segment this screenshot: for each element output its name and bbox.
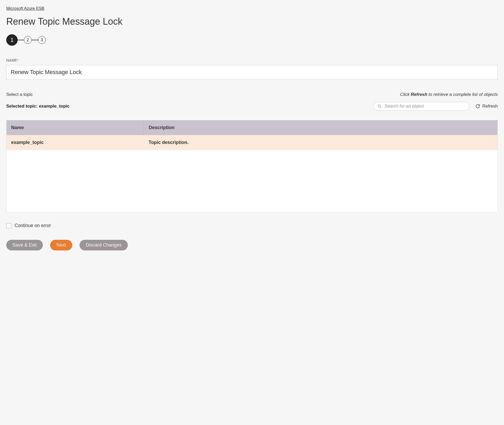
table-spacer-row — [6, 150, 498, 212]
search-box[interactable] — [373, 102, 469, 111]
search-icon — [377, 104, 382, 108]
name-label-text: NAME — [6, 58, 17, 62]
refresh-button[interactable]: Refresh — [475, 104, 498, 109]
stepper: 1 2 3 — [6, 34, 498, 46]
refresh-icon — [475, 104, 480, 109]
continue-on-error-checkbox[interactable] — [6, 223, 11, 228]
table-row[interactable]: example_topic Topic description. — [6, 135, 498, 150]
table-header-description[interactable]: Description — [144, 120, 498, 135]
step-1[interactable]: 1 — [6, 34, 18, 46]
refresh-hint-bold: Refresh — [411, 92, 427, 97]
required-asterisk: * — [17, 58, 19, 62]
refresh-hint-prefix: Click — [400, 92, 411, 97]
table-header-name[interactable]: Name — [6, 120, 144, 135]
save-exit-button[interactable]: Save & Exit — [6, 240, 43, 250]
step-3[interactable]: 3 — [38, 36, 46, 44]
selected-topic-value: example_topic — [39, 104, 70, 109]
svg-point-0 — [378, 105, 380, 107]
refresh-button-label: Refresh — [482, 104, 498, 109]
svg-line-1 — [380, 107, 381, 108]
step-connector — [32, 40, 38, 40]
selected-topic-prefix: Selected topic: — [6, 104, 39, 109]
name-input[interactable] — [6, 65, 498, 79]
table-cell-name: example_topic — [6, 135, 144, 150]
select-topic-label: Select a topic — [6, 92, 33, 97]
name-label: NAME* — [6, 58, 498, 62]
step-2[interactable]: 2 — [24, 36, 32, 44]
selected-topic: Selected topic: example_topic — [6, 104, 70, 109]
step-connector — [18, 40, 24, 40]
table-cell-description: Topic description. — [144, 135, 498, 150]
search-input[interactable] — [384, 104, 465, 109]
page-title: Renew Topic Message Lock — [6, 16, 498, 27]
topic-table: Name Description example_topic Topic des… — [6, 120, 498, 212]
refresh-hint: Click Refresh to retrieve a complete lis… — [400, 92, 498, 97]
refresh-hint-suffix: to retrieve a complete list of objects — [427, 92, 498, 97]
breadcrumb-link[interactable]: Microsoft Azure ESB — [6, 6, 44, 11]
continue-on-error-label: Continue on error — [15, 223, 51, 228]
next-button[interactable]: Next — [50, 240, 72, 250]
discard-button[interactable]: Discard Changes — [79, 240, 128, 250]
